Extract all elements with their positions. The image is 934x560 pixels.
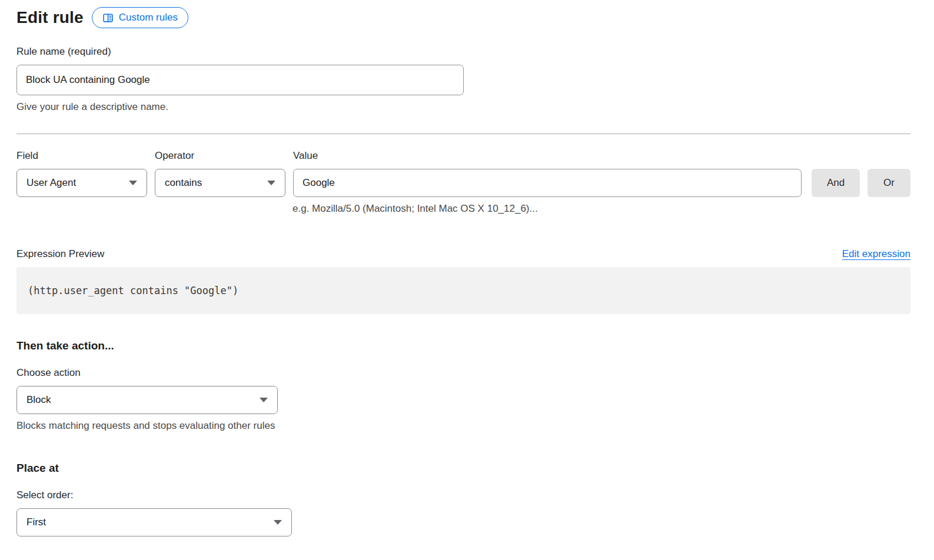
and-button[interactable]: And: [812, 169, 860, 197]
value-input[interactable]: [293, 169, 802, 197]
action-help: Blocks matching requests and stops evalu…: [16, 420, 910, 432]
expression-preview-label: Expression Preview: [16, 248, 104, 260]
edit-rule-page: Edit rule Custom rules Rule name (requir…: [0, 0, 934, 560]
order-select[interactable]: First: [16, 508, 292, 536]
value-help: e.g. Mozilla/5.0 (Macintosh; Intel Mac O…: [293, 203, 910, 215]
expression-header: Expression Preview Edit expression: [16, 248, 910, 260]
rule-name-label: Rule name (required): [16, 46, 464, 58]
chevron-down-icon: [274, 520, 282, 525]
value-label: Value: [293, 150, 802, 162]
section-divider: [16, 134, 910, 134]
operator-select-value: contains: [165, 177, 202, 189]
rule-name-help: Give your rule a descriptive name.: [16, 101, 464, 113]
page-header: Edit rule Custom rules: [16, 7, 910, 28]
field-select-value: User Agent: [26, 177, 76, 189]
select-order-label: Select order:: [16, 489, 910, 501]
custom-rules-button[interactable]: Custom rules: [92, 7, 188, 28]
operator-label: Operator: [155, 150, 285, 162]
or-button[interactable]: Or: [867, 169, 910, 197]
order-select-value: First: [26, 516, 46, 528]
chevron-down-icon: [129, 181, 137, 185]
custom-rules-button-label: Custom rules: [119, 12, 178, 24]
condition-builder: Field User Agent Operator contains Value…: [16, 150, 910, 215]
chevron-down-icon: [267, 181, 275, 185]
chevron-down-icon: [260, 398, 268, 402]
operator-select[interactable]: contains: [155, 169, 285, 197]
page-title: Edit rule: [16, 8, 84, 27]
rule-name-input[interactable]: [16, 65, 464, 95]
action-heading: Then take action...: [16, 339, 910, 352]
action-select[interactable]: Block: [16, 386, 278, 414]
field-select[interactable]: User Agent: [16, 169, 147, 197]
book-icon: [102, 12, 114, 24]
action-select-value: Block: [26, 394, 51, 406]
edit-expression-link[interactable]: Edit expression: [842, 248, 910, 260]
choose-action-label: Choose action: [16, 367, 910, 379]
expression-code-box: (http.user_agent contains "Google"): [16, 267, 910, 314]
rule-name-section: Rule name (required) Give your rule a de…: [16, 46, 464, 113]
field-label: Field: [16, 150, 147, 162]
expression-code: (http.user_agent contains "Google"): [28, 285, 238, 296]
place-at-heading: Place at: [16, 462, 910, 475]
